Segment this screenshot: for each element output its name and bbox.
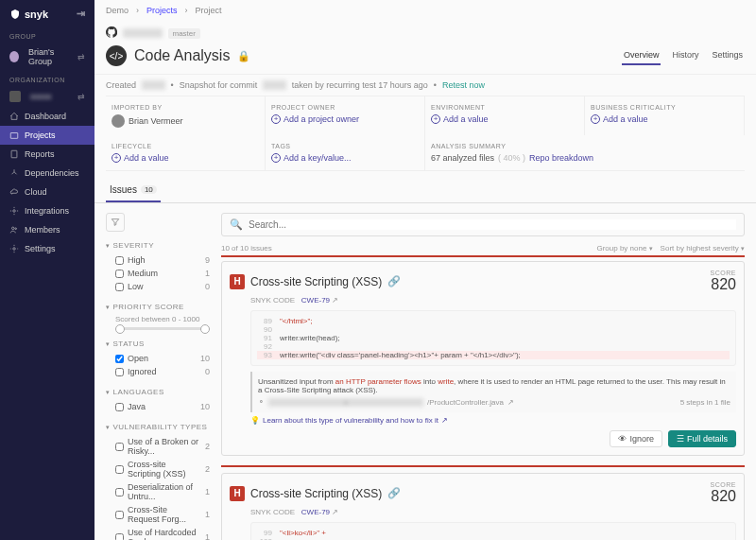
permalink-icon[interactable]: 🔗 (387, 275, 401, 287)
users-icon (9, 225, 19, 235)
score-value: 820 (711, 276, 736, 293)
sort-by-select[interactable]: Sort by highest severity ▾ (661, 244, 745, 253)
logo[interactable]: snyk ⇥ (0, 0, 94, 27)
filter-open[interactable]: Open10 (106, 352, 210, 365)
svg-rect-0 (10, 133, 18, 139)
chevron-down-icon[interactable]: ▾ (106, 389, 111, 396)
expand-icon: ⇄ (77, 52, 85, 61)
svg-point-5 (13, 248, 16, 251)
nav-members[interactable]: Members (0, 220, 94, 239)
chevron-down-icon[interactable]: ▾ (106, 340, 111, 348)
crumb-projects[interactable]: Projects (146, 6, 178, 15)
filter-icon-button[interactable] (106, 213, 125, 232)
nav-cloud[interactable]: Cloud (0, 183, 94, 201)
severity-high-badge: H (230, 486, 245, 501)
add-owner-link[interactable]: +Add a project owner (271, 114, 419, 124)
code-icon: </> (106, 45, 127, 66)
eye-off-icon: 👁 (618, 434, 627, 444)
org-avatar (9, 91, 21, 102)
lightbulb-icon: 💡 (250, 416, 260, 425)
branch-badge: master (168, 28, 200, 39)
ignore-button[interactable]: 👁Ignore (610, 430, 662, 447)
add-tag-link[interactable]: +Add a key/value... (271, 153, 419, 163)
file-icon (9, 149, 19, 159)
created-date-redacted: x (142, 80, 165, 90)
group-avatar (9, 51, 19, 62)
issue-title[interactable]: Cross-site Scripting (XSS) (250, 275, 382, 288)
issue-card: H Cross-site Scripting (XSS) 🔗 SCORE 820… (221, 473, 745, 540)
main-content: Demo › Projects › Project xxx master </>… (94, 0, 756, 540)
plus-icon: + (271, 114, 281, 124)
list-icon: ☰ (677, 434, 684, 444)
add-lifecycle-link[interactable]: +Add a value (112, 153, 259, 163)
search-box[interactable]: 🔍 (221, 213, 745, 236)
plus-icon: + (431, 114, 440, 124)
repo-breakdown-link[interactable]: Repo breakdown (529, 153, 593, 163)
nav-settings[interactable]: Settings (0, 239, 94, 258)
search-icon: 🔍 (230, 218, 243, 231)
tree-icon (9, 168, 19, 178)
issue-title[interactable]: Cross-site Scripting (XSS) (250, 487, 382, 500)
filter-v2[interactable]: Cross-site Scripting (XSS)2 (106, 458, 210, 480)
add-crit-link[interactable]: +Add a value (591, 114, 738, 124)
repo-name-redacted: xxx (123, 28, 163, 38)
nav-dashboard[interactable]: Dashboard (0, 107, 94, 126)
chevron-down-icon[interactable]: ▾ (106, 242, 111, 250)
nav-dependencies[interactable]: Dependencies (0, 164, 94, 183)
svg-point-2 (13, 210, 16, 213)
crumb-project: Project (196, 6, 222, 15)
filter-v5[interactable]: Use of Hardcoded Crede...1 (106, 526, 210, 540)
crumb-demo[interactable]: Demo (106, 6, 129, 15)
learn-link[interactable]: 💡Learn about this type of vulnerability … (250, 416, 736, 425)
sidebar: snyk ⇥ GROUP Brian's Group ⇄ ORGANIZATIO… (0, 0, 94, 540)
full-details-button[interactable]: ☰Full details (668, 430, 736, 447)
svg-point-4 (15, 228, 17, 230)
filter-v4[interactable]: Cross-Site Request Forg...1 (106, 503, 210, 526)
tab-settings[interactable]: Settings (710, 46, 745, 65)
retest-link[interactable]: Retest now (442, 80, 485, 90)
issue-card: H Cross-site Scripting (XSS) 🔗 SCORE 820… (221, 261, 745, 456)
page-title: Code Analysis (134, 47, 230, 64)
breadcrumb: Demo › Projects › Project (94, 0, 756, 21)
filter-medium[interactable]: Medium1 (106, 267, 210, 280)
tab-overview[interactable]: Overview (622, 46, 662, 65)
filter-low[interactable]: Low0 (106, 280, 210, 293)
permalink-icon[interactable]: 🔗 (387, 487, 401, 499)
snyk-icon (9, 9, 21, 20)
filter-java[interactable]: Java10 (106, 400, 210, 413)
group-by-select[interactable]: Group by none ▾ (596, 244, 652, 253)
chevron-down-icon: ▾ (649, 245, 653, 252)
gear-icon (9, 244, 19, 253)
filter-v3[interactable]: Deserialization of Untru...1 (106, 480, 210, 503)
filter-v1[interactable]: Use of a Broken or Risky...2 (106, 435, 210, 458)
expand-icon: ⇄ (77, 92, 85, 101)
filter-ignored[interactable]: Ignored0 (106, 365, 210, 378)
tab-history[interactable]: History (670, 46, 700, 65)
link-icon (9, 206, 19, 216)
filter-high[interactable]: High9 (106, 253, 210, 267)
cwe-link[interactable]: CWE-79 (301, 508, 330, 516)
priority-slider[interactable] (115, 327, 210, 330)
plus-icon: + (271, 153, 281, 163)
svg-point-3 (12, 227, 15, 230)
github-icon (106, 26, 117, 40)
nav-reports[interactable]: Reports (0, 145, 94, 164)
org-selector[interactable]: xxxxx ⇄ (0, 86, 94, 107)
chevron-down-icon: ▾ (741, 245, 745, 252)
filters-panel: ▾SEVERITY High9 Medium1 Low0 ▾PRIORITY S… (106, 213, 210, 540)
chevron-down-icon[interactable]: ▾ (106, 424, 111, 431)
severity-high-badge: H (230, 274, 245, 289)
svg-rect-1 (11, 150, 17, 158)
search-input[interactable] (249, 219, 736, 230)
issues-tab[interactable]: Issues10 (106, 179, 161, 202)
group-selector[interactable]: Brian's Group ⇄ (0, 43, 94, 71)
chevron-down-icon[interactable]: ▾ (106, 304, 111, 311)
code-snippet: 99"<li>ko</li>" + 100 (250, 522, 736, 540)
group-label: GROUP (0, 27, 94, 43)
add-env-link[interactable]: +Add a value (431, 114, 578, 124)
cwe-link[interactable]: CWE-79 (301, 296, 330, 305)
sidebar-toggle-icon[interactable]: ⇥ (77, 8, 85, 20)
nav-projects[interactable]: Projects (0, 126, 94, 145)
funnel-icon (111, 218, 120, 227)
nav-integrations[interactable]: Integrations (0, 201, 94, 220)
